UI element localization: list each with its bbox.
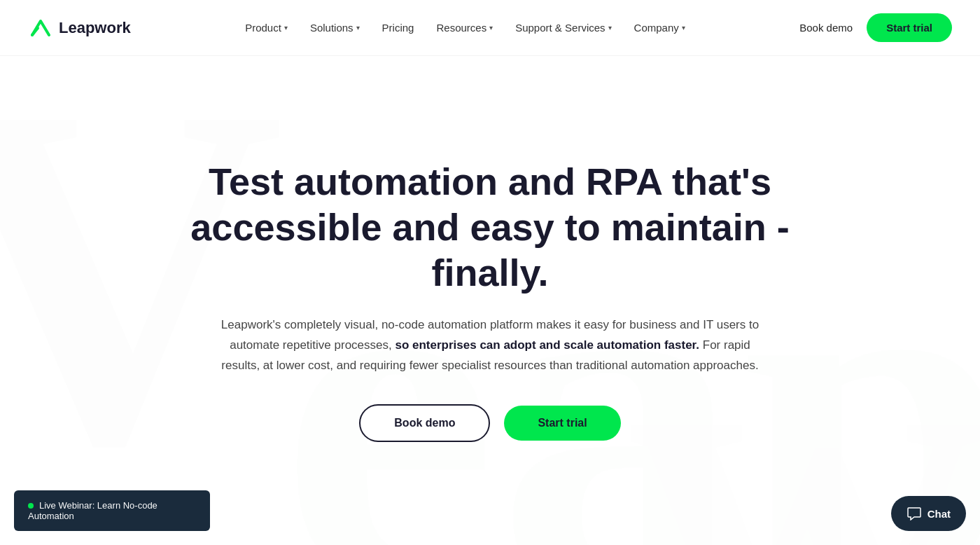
brand-name: Leapwork <box>59 19 131 37</box>
nav-link-product[interactable]: Product ▾ <box>245 22 288 34</box>
start-trial-hero-button[interactable]: Start trial <box>504 406 620 441</box>
webinar-banner[interactable]: Live Webinar: Learn No-code Automation <box>14 490 210 531</box>
chat-icon <box>906 506 922 521</box>
nav-item-pricing[interactable]: Pricing <box>382 22 414 34</box>
hero-title: Test automation and RPA that's accessibl… <box>175 159 805 295</box>
hero-buttons: Book demo Start trial <box>175 404 805 442</box>
start-trial-nav-button[interactable]: Start trial <box>867 13 952 42</box>
nav-link-company[interactable]: Company ▾ <box>634 22 685 34</box>
nav-item-product[interactable]: Product ▾ <box>245 22 288 34</box>
hero-section: V eap work Test automation and RPA that'… <box>0 56 980 545</box>
chat-label: Chat <box>927 508 951 520</box>
logo[interactable]: Leapwork <box>28 15 131 41</box>
hero-description: Leapwork's completely visual, no-code au… <box>217 315 763 376</box>
navbar: Leapwork Product ▾ Solutions ▾ Pricing R… <box>0 0 980 56</box>
nav-link-solutions[interactable]: Solutions ▾ <box>310 22 360 34</box>
book-demo-nav-link[interactable]: Book demo <box>799 22 853 34</box>
nav-item-solutions[interactable]: Solutions ▾ <box>310 22 360 34</box>
nav-actions: Book demo Start trial <box>799 13 952 42</box>
nav-links: Product ▾ Solutions ▾ Pricing Resources … <box>245 22 685 34</box>
chevron-down-icon: ▾ <box>356 24 360 32</box>
chevron-down-icon: ▾ <box>608 24 612 32</box>
chevron-down-icon: ▾ <box>682 24 685 32</box>
nav-item-company[interactable]: Company ▾ <box>634 22 685 34</box>
nav-link-resources[interactable]: Resources ▾ <box>436 22 493 34</box>
nav-item-resources[interactable]: Resources ▾ <box>436 22 493 34</box>
hero-content: Test automation and RPA that's accessibl… <box>175 159 805 441</box>
chevron-down-icon: ▾ <box>284 24 288 32</box>
hero-description-bold: so enterprises can adopt and scale autom… <box>395 338 699 352</box>
webinar-label: Live Webinar: Learn No-code Automation <box>28 500 158 521</box>
nav-link-support-services[interactable]: Support & Services ▾ <box>515 22 611 34</box>
nav-item-support-services[interactable]: Support & Services ▾ <box>515 22 611 34</box>
book-demo-hero-button[interactable]: Book demo <box>359 404 490 442</box>
live-indicator <box>28 503 34 509</box>
leapwork-logo-icon <box>28 15 53 41</box>
nav-link-pricing[interactable]: Pricing <box>382 22 414 34</box>
chevron-down-icon: ▾ <box>489 24 493 32</box>
chat-bubble[interactable]: Chat <box>891 496 966 531</box>
